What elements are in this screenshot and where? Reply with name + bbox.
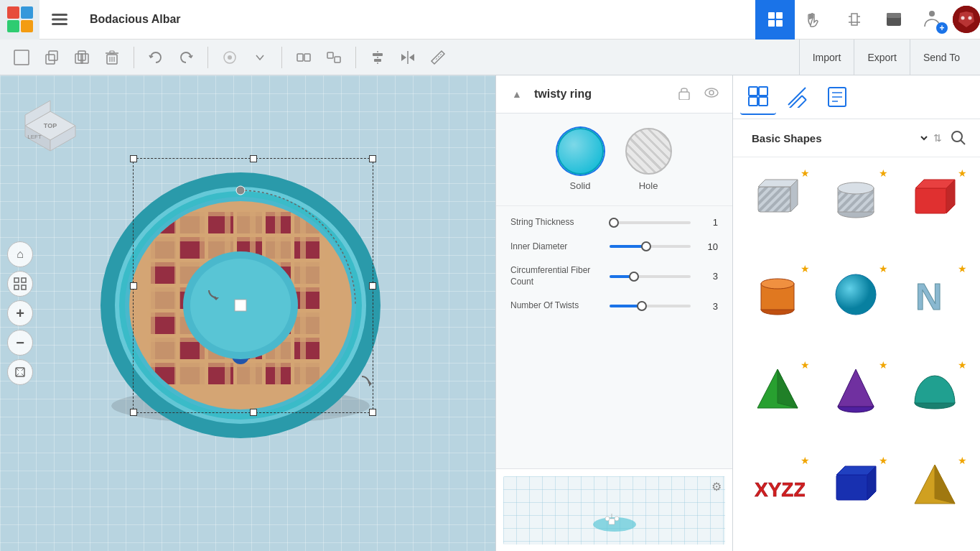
ungroup-button[interactable]: [319, 43, 348, 72]
slider-track-0[interactable]: [610, 221, 691, 224]
selection-handle-tl[interactable]: [130, 155, 137, 162]
selection-handle-tr[interactable]: [369, 155, 376, 162]
selection-handle-bl[interactable]: [130, 409, 137, 416]
selection-handle-bm[interactable]: [250, 409, 257, 416]
slider-thumb-2[interactable]: [629, 272, 639, 282]
selection-handle-lm[interactable]: [130, 282, 137, 290]
solid-option[interactable]: Solid: [557, 128, 604, 191]
svg-text:LEFT: LEFT: [27, 134, 42, 140]
orientation-cube[interactable]: TOP LEFT: [14, 86, 79, 151]
panel-header: ▲ twisty ring: [496, 75, 732, 114]
shape-item-text_n[interactable]: N ★: [897, 260, 973, 352]
slider-value-3: 3: [696, 301, 718, 312]
shape-item-sphere_teal[interactable]: ★: [819, 260, 895, 352]
slider-track-3[interactable]: [610, 305, 691, 307]
export-button[interactable]: Export: [854, 40, 909, 75]
svg-point-28: [228, 55, 232, 60]
svg-rect-34: [373, 53, 383, 56]
fit-all-button[interactable]: [7, 271, 33, 297]
shapes-grid: ★ ★ ★ ★ ★ N ★: [733, 157, 980, 551]
solid-hole-row: Solid Hole: [496, 114, 732, 206]
svg-marker-130: [213, 297, 219, 300]
slider-track-2[interactable]: [610, 275, 691, 278]
perspective-button[interactable]: [7, 359, 33, 385]
handprint-button[interactable]: [795, 0, 834, 40]
viewport[interactable]: TOP LEFT ⌂ + −: [0, 75, 495, 551]
delete-button[interactable]: [98, 43, 126, 72]
hole-circle: [625, 128, 672, 175]
panel-lock-button[interactable]: [674, 84, 694, 104]
svg-rect-135: [609, 519, 615, 524]
zoom-out-button[interactable]: −: [7, 330, 33, 356]
group-button[interactable]: [289, 43, 318, 72]
copy-button[interactable]: [37, 43, 66, 72]
send-to-button[interactable]: Send To: [910, 40, 973, 75]
slider-thumb-1[interactable]: [641, 241, 651, 251]
project-name: Bodacious Albar: [79, 13, 755, 26]
shape-item-box_blue[interactable]: ★: [819, 452, 895, 544]
svg-rect-23: [110, 51, 114, 53]
undo-button[interactable]: [141, 43, 170, 72]
add-user-button[interactable]: +: [913, 0, 953, 40]
star-badge-text_n: ★: [958, 263, 967, 274]
rotation-handle-right[interactable]: [206, 280, 226, 303]
slider-thumb-0[interactable]: [609, 218, 619, 228]
duplicate-button[interactable]: [67, 43, 96, 72]
import-button[interactable]: Import: [799, 40, 854, 75]
svg-marker-169: [778, 369, 798, 408]
shapes-category-dropdown[interactable]: Basic Shapes: [742, 127, 930, 149]
svg-rect-160: [915, 188, 946, 213]
shape-item-box_red[interactable]: ★: [897, 165, 973, 256]
slider-value-0: 1: [696, 217, 718, 228]
circuits-button[interactable]: [834, 0, 874, 40]
zoom-in-button[interactable]: +: [7, 300, 33, 326]
svg-point-159: [838, 182, 874, 194]
mirror-button[interactable]: [393, 43, 422, 72]
svg-rect-5: [768, 20, 775, 27]
shapes-notes-tab[interactable]: [819, 79, 855, 115]
shape-item-cyl_orange[interactable]: ★: [740, 260, 816, 352]
shape-item-pyramid_green[interactable]: ★: [740, 356, 816, 448]
shape-item-box_striped[interactable]: ★: [740, 165, 816, 256]
shapes-grid-tab[interactable]: [740, 79, 776, 115]
panel-collapse-button[interactable]: ▲: [507, 84, 527, 104]
solid-circle: [557, 128, 604, 175]
slider-track-1[interactable]: [610, 245, 691, 248]
top-navbar: Bodacious Albar +: [0, 0, 980, 40]
shapes-panel-tabs: [733, 75, 980, 119]
search-button[interactable]: [946, 125, 971, 151]
selection-handle-tm[interactable]: [250, 155, 257, 162]
selection-handle-br[interactable]: [369, 409, 376, 416]
preview-gear-button[interactable]: ⚙: [711, 480, 722, 494]
svg-text:+: +: [939, 23, 944, 33]
codeblocks-button[interactable]: [874, 0, 913, 40]
shape-item-cone_purple[interactable]: ★: [819, 356, 895, 448]
main-menu-button[interactable]: [39, 0, 79, 40]
user-avatar[interactable]: [953, 6, 980, 33]
svg-rect-49: [22, 278, 26, 282]
snap-dropdown-button[interactable]: [246, 43, 274, 72]
ruler-button[interactable]: [424, 43, 452, 72]
snap-toggle-button[interactable]: [215, 43, 244, 72]
shape-item-dome_teal[interactable]: ★: [897, 356, 973, 448]
home-view-button[interactable]: ⌂: [7, 241, 33, 267]
star-badge-box_blue: ★: [879, 455, 888, 466]
shape-item-cyl_striped[interactable]: ★: [819, 165, 895, 256]
shape-item-pyr_yellow[interactable]: ★: [897, 452, 973, 544]
tinkercad-logo[interactable]: [0, 0, 39, 40]
3d-designs-button[interactable]: [755, 0, 795, 40]
svg-rect-19: [78, 51, 85, 60]
panel-visibility-button[interactable]: [701, 84, 722, 104]
shapes-ruler-tab[interactable]: [780, 79, 816, 115]
align-button[interactable]: [363, 43, 392, 72]
selection-box: [133, 158, 373, 413]
rotation-handle-bottom[interactable]: [352, 374, 372, 397]
toolbar-separator-1: [134, 47, 134, 68]
shape-item-text_red[interactable]: XYZZY ★: [740, 452, 816, 544]
selection-handle-rm[interactable]: [369, 282, 376, 290]
hole-option[interactable]: Hole: [625, 128, 672, 191]
toolbar-separator-4: [355, 47, 356, 68]
new-workplane-button[interactable]: [7, 43, 36, 72]
redo-button[interactable]: [172, 43, 200, 72]
slider-thumb-3[interactable]: [637, 301, 647, 311]
